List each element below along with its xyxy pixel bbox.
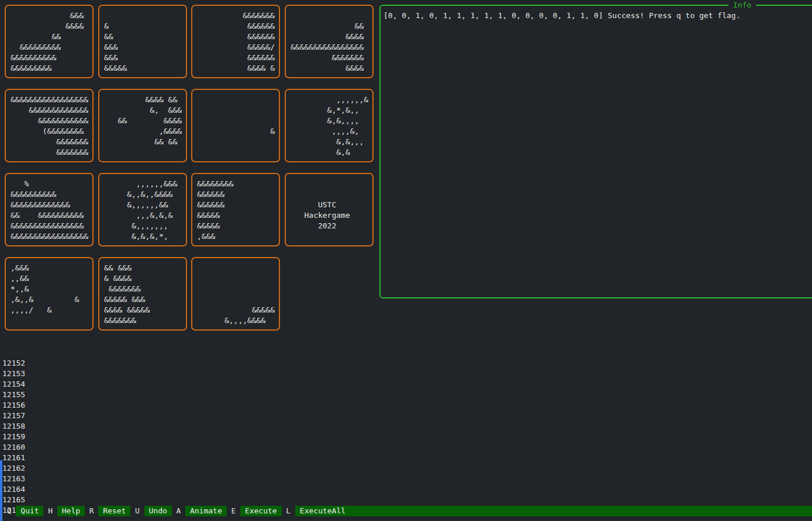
log-line: 12164	[2, 484, 94, 495]
tile-ascii-art: &&& &&&& && &&&&&&&&& &&&&&&&&&& &&&&&&&…	[6, 6, 92, 74]
statusbar-button-executeall[interactable]: ExecuteAll	[295, 506, 812, 516]
log-line: 12158	[2, 421, 94, 432]
status-bar: Q Quit H Help R Reset U Undo A Animate E…	[0, 506, 812, 516]
tile-ascii-art: ,,,,,,& &,*,&,, &,&,,,, ,,,,&, &,&,,, &,…	[286, 90, 372, 158]
statusbar-button-reset[interactable]: Reset	[98, 506, 130, 516]
puzzle-tile-r2c4[interactable]: ,,,,,,& &,*,&,, &,&,,,, ,,,,&, &,&,,, &,…	[285, 89, 374, 162]
info-panel: Info [0, 0, 1, 0, 1, 1, 1, 1, 1, 0, 0, 0…	[379, 5, 812, 298]
tile-ascii-art: USTC Hackergame 2022	[286, 174, 372, 231]
puzzle-tile-r3c1[interactable]: % &&&&&&&&&& &&&&&&&&&&&&& && &&&&&&&&&&…	[5, 173, 94, 246]
puzzle-tile-r1c2[interactable]: & && &&& &&& &&&&&	[98, 5, 187, 78]
log-line: 12162	[2, 463, 94, 474]
puzzle-tile-r4c3[interactable]: &&&&& &,,,,&&&&	[191, 257, 280, 331]
tile-ascii-art: && &&& & &&&& &&&&&&& &&&&& &&& &&&& &&&…	[99, 258, 186, 326]
log-line: 12152	[2, 358, 94, 369]
log-line: 12157	[2, 411, 94, 421]
log-line: 12159	[2, 432, 94, 442]
hotkey-quit: Q	[2, 506, 16, 516]
puzzle-tile-r2c3[interactable]: &	[191, 89, 280, 162]
puzzle-tile-r2c1[interactable]: &&&&&&&&&&&&&&&&& &&&&&&&&&&&&& &&&&&&&&…	[5, 89, 94, 162]
tile-ascii-art: && &&&& &&&&&&&&&&&&&&&& &&&&&&& &&&&	[286, 6, 372, 74]
log-line: 12156	[2, 400, 94, 411]
statusbar-button-help[interactable]: Help	[57, 506, 85, 516]
tile-ascii-art: &&&&&&& &&&&&& &&&&&& &&&&&/ &&&&&& &&&&…	[192, 6, 279, 74]
puzzle-tile-r1c1[interactable]: &&& &&&& && &&&&&&&&& &&&&&&&&&& &&&&&&&…	[5, 5, 94, 78]
log-line: 12154	[2, 379, 94, 390]
puzzle-tile-r4c2[interactable]: && &&& & &&&& &&&&&&& &&&&& &&& &&&& &&&…	[98, 257, 187, 331]
info-message: [0, 0, 1, 0, 1, 1, 1, 1, 1, 0, 0, 0, 0, …	[383, 11, 812, 21]
tile-ascii-art: &&&& && &, &&& && &&&& ,&&&& && &&	[99, 90, 186, 147]
tile-ascii-art: &&&&&&&&&&&&&&&&& &&&&&&&&&&&&& &&&&&&&&…	[6, 90, 92, 158]
hotkey-reset: R	[85, 506, 98, 516]
statusbar-button-animate[interactable]: Animate	[185, 506, 226, 516]
hotkey-undo: U	[130, 506, 144, 516]
log-line: 12160	[2, 442, 94, 453]
statusbar-button-execute[interactable]: Execute	[240, 506, 281, 516]
tile-ascii-art: ,,,,,,&&& &,,&,,&&&& &,,,,,,&& ,,,&,&,& …	[99, 174, 186, 242]
attempt-log-numbers: 1215212153121541215512156121571215812159…	[2, 358, 94, 516]
tile-ascii-art: &&&&&&&& &&&&&& &&&&&& &&&&& &&&&& ,&&&	[192, 174, 279, 242]
info-panel-title: Info	[728, 0, 756, 11]
attempt-log: 1215212153121541215512156121571215812159…	[2, 337, 94, 521]
puzzle-tile-r1c4[interactable]: && &&&& &&&&&&&&&&&&&&&& &&&&&&& &&&&	[285, 5, 374, 78]
puzzle-tile-r3c3[interactable]: &&&&&&&& &&&&&& &&&&&& &&&&& &&&&& ,&&&	[191, 173, 280, 246]
hotkey-animate: A	[172, 506, 185, 516]
puzzle-tile-r1c3[interactable]: &&&&&&& &&&&&& &&&&&& &&&&&/ &&&&&& &&&&…	[191, 5, 280, 78]
tile-ascii-art: & && &&& &&& &&&&&	[99, 6, 186, 74]
scrollbar-indicator[interactable]	[0, 460, 2, 521]
log-line: 12165	[2, 495, 94, 505]
log-line: 12163	[2, 474, 94, 484]
tile-ascii-art: ,&&& ,,&& *,,& ,&,,& & ,,,,/ &	[6, 258, 92, 315]
puzzle-tile-r4c1[interactable]: ,&&& ,,&& *,,& ,&,,& & ,,,,/ &	[5, 257, 94, 331]
hotkey-executeall: L	[282, 506, 295, 516]
tile-ascii-art: % &&&&&&&&&& &&&&&&&&&&&&& && &&&&&&&&&&…	[6, 174, 92, 242]
puzzle-tile-r3c4[interactable]: USTC Hackergame 2022	[285, 173, 374, 246]
hotkey-help: H	[43, 506, 57, 516]
statusbar-button-quit[interactable]: Quit	[16, 506, 43, 516]
tile-ascii-art: &	[192, 90, 279, 147]
terminal-screen: &&& &&&& && &&&&&&&&& &&&&&&&&&& &&&&&&&…	[0, 0, 812, 521]
tile-ascii-art: &&&&& &,,,,&&&&	[192, 258, 279, 326]
log-line: 12161	[2, 453, 94, 463]
log-line: 12155	[2, 390, 94, 400]
statusbar-button-undo[interactable]: Undo	[144, 506, 172, 516]
hotkey-execute: E	[227, 506, 240, 516]
puzzle-tile-r3c2[interactable]: ,,,,,,&&& &,,&,,&&&& &,,,,,,&& ,,,&,&,& …	[98, 173, 187, 246]
puzzle-tile-r2c2[interactable]: &&&& && &, &&& && &&&& ,&&&& && &&	[98, 89, 187, 162]
log-line: 12153	[2, 369, 94, 379]
